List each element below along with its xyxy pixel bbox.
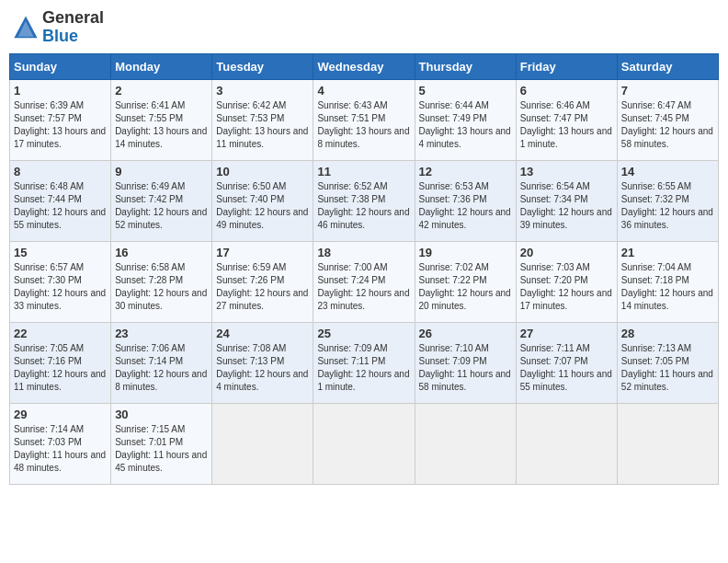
day-info: Sunrise: 6:41 AM Sunset: 7:55 PM Dayligh… [115, 99, 208, 151]
sunrise-label: Sunrise: 6:46 AM [520, 100, 590, 110]
col-monday: Monday [111, 53, 212, 79]
daylight-label: Daylight: 11 hours and 45 minutes. [115, 450, 207, 473]
col-thursday: Thursday [415, 53, 516, 79]
sunset-label: Sunset: 7:14 PM [115, 356, 183, 366]
calendar-cell: 9 Sunrise: 6:49 AM Sunset: 7:42 PM Dayli… [111, 160, 212, 241]
day-number: 25 [317, 327, 410, 340]
day-info: Sunrise: 6:57 AM Sunset: 7:30 PM Dayligh… [14, 261, 107, 313]
daylight-label: Daylight: 12 hours and 27 minutes. [216, 288, 308, 311]
sunrise-label: Sunrise: 6:55 AM [621, 181, 691, 191]
day-number: 8 [14, 165, 107, 178]
day-number: 30 [115, 408, 208, 421]
calendar-cell: 26 Sunrise: 7:10 AM Sunset: 7:09 PM Dayl… [415, 322, 516, 403]
daylight-label: Daylight: 11 hours and 58 minutes. [419, 369, 511, 392]
day-number: 24 [216, 327, 309, 340]
daylight-label: Daylight: 12 hours and 14 minutes. [621, 288, 713, 311]
daylight-label: Daylight: 13 hours and 8 minutes. [317, 126, 409, 149]
day-info: Sunrise: 7:05 AM Sunset: 7:16 PM Dayligh… [14, 342, 107, 394]
day-number: 5 [419, 84, 512, 98]
calendar-cell [313, 403, 415, 484]
day-number: 16 [115, 246, 208, 259]
calendar-cell: 14 Sunrise: 6:55 AM Sunset: 7:32 PM Dayl… [617, 160, 718, 241]
sunrise-label: Sunrise: 6:52 AM [317, 181, 387, 191]
day-number: 20 [520, 246, 613, 259]
daylight-label: Daylight: 12 hours and 20 minutes. [419, 288, 511, 311]
day-number: 14 [621, 165, 714, 178]
calendar-cell: 28 Sunrise: 7:13 AM Sunset: 7:05 PM Dayl… [617, 322, 718, 403]
calendar-cell: 23 Sunrise: 7:06 AM Sunset: 7:14 PM Dayl… [111, 322, 212, 403]
sunrise-label: Sunrise: 7:11 AM [520, 343, 590, 353]
sunset-label: Sunset: 7:47 PM [520, 113, 588, 123]
col-saturday: Saturday [617, 53, 718, 79]
sunrise-label: Sunrise: 6:43 AM [317, 100, 387, 110]
day-info: Sunrise: 7:02 AM Sunset: 7:22 PM Dayligh… [419, 261, 512, 313]
calendar-cell: 13 Sunrise: 6:54 AM Sunset: 7:34 PM Dayl… [516, 160, 617, 241]
calendar-row: 8 Sunrise: 6:48 AM Sunset: 7:44 PM Dayli… [10, 160, 719, 241]
sunrise-label: Sunrise: 7:15 AM [115, 424, 185, 434]
daylight-label: Daylight: 11 hours and 48 minutes. [14, 450, 106, 473]
day-info: Sunrise: 6:55 AM Sunset: 7:32 PM Dayligh… [621, 180, 714, 232]
sunrise-label: Sunrise: 7:13 AM [621, 343, 691, 353]
day-number: 27 [520, 327, 613, 340]
sunset-label: Sunset: 7:20 PM [520, 275, 588, 285]
day-number: 22 [14, 327, 107, 340]
sunrise-label: Sunrise: 6:58 AM [115, 262, 185, 272]
sunrise-label: Sunrise: 7:05 AM [14, 343, 84, 353]
sunrise-label: Sunrise: 6:53 AM [419, 181, 489, 191]
day-number: 13 [520, 165, 613, 178]
daylight-label: Daylight: 12 hours and 39 minutes. [520, 207, 612, 230]
sunset-label: Sunset: 7:03 PM [14, 437, 82, 447]
sunrise-label: Sunrise: 6:57 AM [14, 262, 84, 272]
calendar-cell: 18 Sunrise: 7:00 AM Sunset: 7:24 PM Dayl… [313, 241, 415, 322]
day-info: Sunrise: 6:39 AM Sunset: 7:57 PM Dayligh… [14, 99, 107, 151]
day-number: 7 [621, 84, 714, 98]
sunrise-label: Sunrise: 6:59 AM [216, 262, 286, 272]
day-info: Sunrise: 6:42 AM Sunset: 7:53 PM Dayligh… [216, 99, 309, 151]
sunrise-label: Sunrise: 7:00 AM [317, 262, 387, 272]
calendar-cell: 27 Sunrise: 7:11 AM Sunset: 7:07 PM Dayl… [516, 322, 617, 403]
calendar-table: Sunday Monday Tuesday Wednesday Thursday… [9, 53, 719, 485]
calendar-cell [516, 403, 617, 484]
sunset-label: Sunset: 7:26 PM [216, 275, 284, 285]
daylight-label: Daylight: 12 hours and 58 minutes. [621, 126, 713, 149]
day-info: Sunrise: 7:08 AM Sunset: 7:13 PM Dayligh… [216, 342, 309, 394]
day-number: 4 [317, 84, 410, 98]
sunset-label: Sunset: 7:18 PM [621, 275, 689, 285]
sunrise-label: Sunrise: 6:50 AM [216, 181, 286, 191]
sunset-label: Sunset: 7:24 PM [317, 275, 385, 285]
sunset-label: Sunset: 7:22 PM [419, 275, 487, 285]
daylight-label: Daylight: 13 hours and 14 minutes. [115, 126, 207, 149]
day-info: Sunrise: 6:52 AM Sunset: 7:38 PM Dayligh… [317, 180, 410, 232]
daylight-label: Daylight: 12 hours and 36 minutes. [621, 207, 713, 230]
sunset-label: Sunset: 7:38 PM [317, 194, 385, 204]
day-number: 29 [14, 408, 107, 421]
day-number: 28 [621, 327, 714, 340]
sunrise-label: Sunrise: 6:39 AM [14, 100, 84, 110]
sunset-label: Sunset: 7:30 PM [14, 275, 82, 285]
col-sunday: Sunday [10, 53, 111, 79]
day-info: Sunrise: 7:11 AM Sunset: 7:07 PM Dayligh… [520, 342, 613, 394]
sunset-label: Sunset: 7:44 PM [14, 194, 82, 204]
calendar-cell: 30 Sunrise: 7:15 AM Sunset: 7:01 PM Dayl… [111, 403, 212, 484]
day-number: 6 [520, 84, 613, 98]
col-tuesday: Tuesday [212, 53, 313, 79]
day-number: 11 [317, 165, 410, 178]
daylight-label: Daylight: 12 hours and 30 minutes. [115, 288, 207, 311]
calendar-cell: 10 Sunrise: 6:50 AM Sunset: 7:40 PM Dayl… [212, 160, 313, 241]
page-header: General Blue [9, 9, 719, 46]
day-info: Sunrise: 7:04 AM Sunset: 7:18 PM Dayligh… [621, 261, 714, 313]
sunset-label: Sunset: 7:09 PM [419, 356, 487, 366]
daylight-label: Daylight: 12 hours and 4 minutes. [216, 369, 308, 392]
sunset-label: Sunset: 7:13 PM [216, 356, 284, 366]
calendar-cell: 11 Sunrise: 6:52 AM Sunset: 7:38 PM Dayl… [313, 160, 415, 241]
sunrise-label: Sunrise: 7:09 AM [317, 343, 387, 353]
sunrise-label: Sunrise: 7:10 AM [419, 343, 489, 353]
daylight-label: Daylight: 11 hours and 52 minutes. [621, 369, 713, 392]
sunset-label: Sunset: 7:40 PM [216, 194, 284, 204]
sunset-label: Sunset: 7:05 PM [621, 356, 689, 366]
sunrise-label: Sunrise: 6:41 AM [115, 100, 185, 110]
calendar-row: 22 Sunrise: 7:05 AM Sunset: 7:16 PM Dayl… [10, 322, 719, 403]
sunset-label: Sunset: 7:07 PM [520, 356, 588, 366]
calendar-cell: 24 Sunrise: 7:08 AM Sunset: 7:13 PM Dayl… [212, 322, 313, 403]
calendar-cell: 5 Sunrise: 6:44 AM Sunset: 7:49 PM Dayli… [415, 79, 516, 160]
